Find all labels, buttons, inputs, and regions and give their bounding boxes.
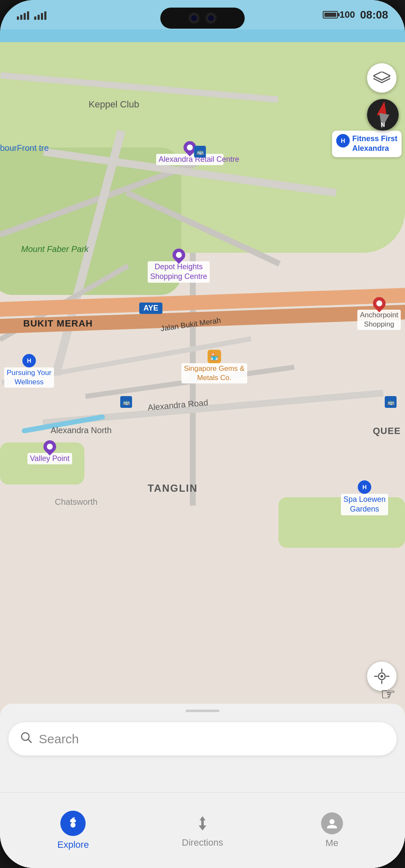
signal-strength-2 bbox=[34, 10, 46, 20]
fitness-first-label: Fitness FirstAlexandra bbox=[352, 134, 397, 154]
svg-point-8 bbox=[70, 822, 76, 828]
compass-control[interactable]: N bbox=[367, 99, 399, 131]
phone-screen: 100 08:08 bbox=[0, 0, 405, 868]
poi-pin-inner bbox=[376, 300, 382, 306]
layers-icon bbox=[373, 72, 390, 84]
me-icon bbox=[321, 812, 343, 834]
poi-spa-loewen[interactable]: H Spa LoewenGardens bbox=[341, 480, 388, 515]
svg-point-9 bbox=[329, 819, 335, 824]
directions-icon-svg bbox=[193, 813, 212, 832]
transit-icon-3: 🚌 bbox=[385, 396, 397, 408]
transit-icon-2: 🚌 bbox=[120, 396, 132, 408]
bottom-sheet: Search Explore bbox=[0, 704, 405, 868]
signal-bar bbox=[24, 13, 26, 20]
directions-label: Directions bbox=[182, 837, 223, 848]
battery-level: 100 bbox=[340, 9, 355, 20]
phone-frame: 100 08:08 bbox=[0, 0, 405, 868]
keppel-club-label: Keppel Club bbox=[89, 99, 139, 110]
poi-pursuing-wellness[interactable]: H Pursuing YourWellness bbox=[4, 354, 54, 388]
cursor-hand: ☞ bbox=[381, 684, 396, 704]
fitness-first-badge[interactable]: H Fitness FirstAlexandra bbox=[332, 131, 402, 157]
signal-bar bbox=[17, 16, 19, 20]
fitness-first-icon: H bbox=[336, 134, 350, 147]
signal-bar bbox=[34, 16, 36, 20]
sheet-handle bbox=[186, 710, 219, 712]
search-icon bbox=[20, 731, 32, 746]
camera-lens-left bbox=[188, 12, 200, 24]
queen-label: QUEE bbox=[373, 426, 401, 437]
compass-north-label: N bbox=[381, 121, 385, 128]
svg-line-7 bbox=[28, 739, 31, 742]
map-background: AYE Jalan Bukit Merah Alexandra Road Kep… bbox=[0, 0, 405, 704]
bukit-merah-label: BUKIT MERAH bbox=[23, 318, 93, 329]
battery-fill bbox=[324, 13, 336, 17]
explore-icon bbox=[60, 811, 86, 836]
poi-valley-point[interactable]: Valley Point bbox=[27, 440, 72, 464]
harbourfront-label: bourFront tre bbox=[0, 143, 49, 153]
poi-label-anchorpoint: AnchorpointShopping bbox=[357, 310, 401, 330]
status-left bbox=[17, 10, 46, 20]
directions-icon bbox=[193, 813, 212, 834]
poi-pin-inner bbox=[47, 444, 53, 450]
map-layers-button[interactable] bbox=[367, 63, 397, 93]
nav-item-explore[interactable]: Explore bbox=[8, 811, 138, 850]
signal-bar bbox=[27, 11, 29, 20]
me-label: Me bbox=[325, 838, 338, 849]
transit-icon-1: 🚌 bbox=[194, 146, 206, 158]
poi-singapore-gems[interactable]: 🏪 Singapore Gems &Metals Co. bbox=[181, 350, 247, 383]
poi-depot-heights[interactable]: Depot HeightsShopping Centre bbox=[148, 249, 210, 283]
explore-label: Explore bbox=[57, 839, 89, 850]
camera-notch bbox=[160, 8, 245, 29]
chatsworth-label: Chatsworth bbox=[55, 497, 97, 507]
status-right: 100 08:08 bbox=[323, 8, 388, 21]
search-bar[interactable]: Search bbox=[8, 722, 397, 755]
poi-label-pursuing: Pursuing YourWellness bbox=[4, 367, 54, 388]
signal-bar bbox=[41, 13, 43, 20]
nav-item-me[interactable]: Me bbox=[267, 812, 397, 849]
signal-bar bbox=[44, 11, 46, 20]
camera-lens-right bbox=[205, 12, 217, 24]
battery-icon bbox=[323, 11, 338, 19]
poi-anchorpoint[interactable]: AnchorpointShopping bbox=[357, 297, 401, 330]
map-view[interactable]: AYE Jalan Bukit Merah Alexandra Road Kep… bbox=[0, 0, 405, 704]
poi-spa-icon: H bbox=[358, 480, 371, 494]
poi-pin-inner bbox=[176, 252, 182, 258]
explore-icon-svg bbox=[66, 817, 80, 830]
poi-label-spa: Spa LoewenGardens bbox=[341, 494, 388, 515]
signal-bar bbox=[20, 15, 22, 20]
alexandra-north-label: Alexandra North bbox=[51, 426, 112, 435]
poi-pursuing-icon: H bbox=[22, 354, 36, 367]
location-icon bbox=[373, 668, 390, 685]
mount-faber-label: Mount Faber Park bbox=[21, 244, 89, 254]
poi-alexandra-retail[interactable]: Alexandra Retail Centre bbox=[156, 141, 224, 165]
signal-bar bbox=[38, 15, 40, 20]
poi-gems-icon: 🏪 bbox=[208, 350, 221, 363]
me-icon-svg bbox=[325, 817, 339, 830]
signal-strength-1 bbox=[17, 10, 29, 20]
aye-road-label: AYE bbox=[139, 303, 162, 314]
nav-item-directions[interactable]: Directions bbox=[138, 813, 267, 848]
search-icon-svg bbox=[20, 731, 32, 743]
battery-indicator: 100 bbox=[323, 9, 355, 20]
tanglin-label: TANGLIN bbox=[148, 482, 198, 494]
svg-point-1 bbox=[381, 675, 383, 678]
clock: 08:08 bbox=[360, 8, 389, 21]
bottom-navigation: Explore Directions bbox=[0, 792, 405, 868]
search-placeholder[interactable]: Search bbox=[39, 732, 79, 746]
poi-label-gems: Singapore Gems &Metals Co. bbox=[181, 363, 247, 383]
poi-label-depot: Depot HeightsShopping Centre bbox=[148, 261, 210, 283]
poi-pin-inner bbox=[187, 145, 193, 150]
